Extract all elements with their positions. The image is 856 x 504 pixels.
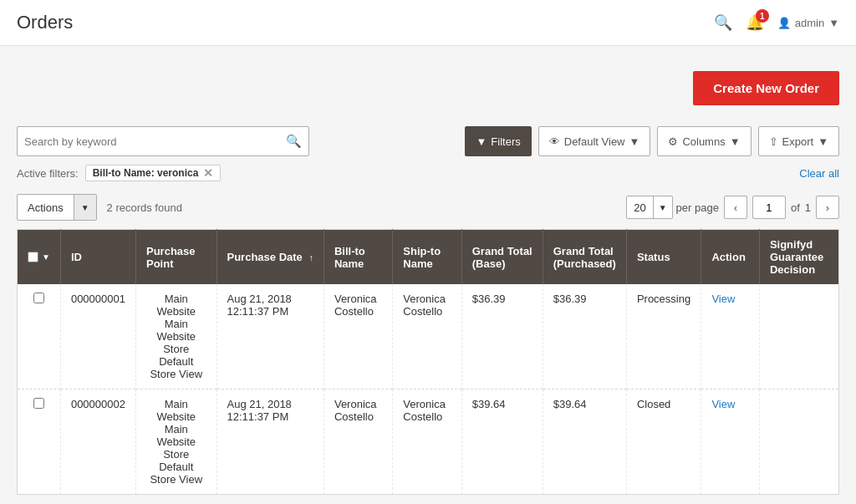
top-bar: Orders 🔍 🔔 1 👤 admin ▼ (0, 0, 856, 46)
filter-icon: ▼ (476, 135, 487, 148)
create-new-order-button[interactable]: Create New Order (693, 71, 839, 105)
notification-badge: 1 (756, 9, 769, 23)
row-id: 000000001 (60, 284, 135, 389)
pagination: 20 ▼ per page ‹ of 1 › (626, 196, 839, 219)
row-checkbox[interactable] (33, 293, 44, 303)
notifications-button[interactable]: 🔔 1 (746, 13, 764, 32)
table-controls: Actions ▼ 2 records found 20 ▼ per page … (17, 194, 839, 221)
current-page-input[interactable] (752, 196, 786, 219)
admin-menu[interactable]: 👤 admin ▼ (777, 17, 839, 29)
row-purchase-date: Aug 21, 201812:11:37 PM (217, 389, 324, 495)
row-signifyd (759, 284, 838, 389)
row-purchase-point: Main WebsiteMainWebsite StoreDefaultStor… (135, 389, 217, 495)
filter-tag: Bill-to Name: veronica ✕ (85, 165, 222, 181)
header-grand-total-base: Grand Total(Base) (461, 230, 543, 285)
header-bill-to-name: Bill-toName (324, 230, 392, 285)
header-status: Status (626, 230, 701, 285)
search-filter-bar: 🔍 ▼ Filters 👁 Default View ▼ ⚙ Columns ▼… (17, 126, 839, 156)
actions-label: Actions (18, 195, 74, 220)
actions-dropdown-arrow[interactable]: ▼ (74, 195, 96, 220)
header-action: Action (701, 230, 760, 285)
export-button[interactable]: ⇧ Export ▼ (758, 126, 839, 156)
filter-tag-remove[interactable]: ✕ (203, 167, 213, 179)
header-purchase-date[interactable]: Purchase Date ↑ (217, 230, 324, 285)
search-button[interactable]: 🔍 (714, 13, 732, 32)
gear-icon: ⚙ (668, 135, 678, 148)
header-grand-total-purchased: Grand Total(Purchased) (543, 230, 626, 285)
sort-arrow-up: ↑ (308, 252, 313, 262)
user-icon: 👤 (777, 17, 791, 29)
header-purchase-point: PurchasePoint (135, 230, 217, 285)
orders-table: ▼ ID PurchasePoint Purchase Date ↑ Bill-… (17, 229, 839, 495)
row-ship-to-name: VeronicaCostello (393, 389, 461, 495)
per-page-label: per page (676, 201, 719, 214)
filters-label: Filters (491, 135, 520, 148)
chevron-down-icon: ▼ (828, 17, 839, 29)
per-page-select: 20 ▼ per page (626, 196, 719, 219)
header-id[interactable]: ID (60, 230, 135, 285)
admin-label: admin (795, 17, 824, 29)
row-ship-to-name: VeronicaCostello (393, 284, 461, 389)
row-action: View (701, 284, 760, 389)
orders-table-body: 000000001Main WebsiteMainWebsite StoreDe… (18, 284, 839, 495)
top-bar-right: 🔍 🔔 1 👤 admin ▼ (714, 13, 839, 32)
eye-icon: 👁 (549, 135, 560, 148)
table-row: 000000002Main WebsiteMainWebsite StoreDe… (18, 389, 839, 495)
page-of-label: of (791, 201, 800, 214)
export-icon: ⇧ (769, 135, 778, 148)
row-id: 000000002 (60, 389, 135, 495)
row-status: Closed (626, 389, 701, 495)
row-signifyd (759, 389, 838, 495)
view-link[interactable]: View (711, 398, 735, 410)
filters-button[interactable]: ▼ Filters (465, 126, 531, 156)
header-signifyd: SignifydGuaranteeDecision (759, 230, 838, 285)
prev-page-button[interactable]: ‹ (724, 196, 747, 219)
page-size-value: 20 (627, 196, 653, 218)
default-view-label: Default View (564, 135, 625, 148)
clear-all-link[interactable]: Clear all (799, 167, 839, 180)
chevron-down-icon: ▼ (818, 135, 828, 148)
active-filters-label: Active filters: (17, 167, 79, 180)
view-link[interactable]: View (711, 293, 735, 305)
header-checkbox-col: ▼ (18, 230, 61, 285)
next-page-button[interactable]: › (816, 196, 839, 219)
row-bill-to-name: VeronicaCostello (324, 284, 392, 389)
filter-tag-text: Bill-to Name: veronica (93, 167, 199, 179)
chevron-down-icon: ▼ (629, 135, 640, 148)
page-size-box: 20 ▼ (626, 196, 672, 219)
row-checkbox-cell (18, 284, 61, 389)
row-grand-total-purchased: $39.64 (543, 389, 626, 495)
export-label: Export (782, 135, 814, 148)
select-all-arrow[interactable]: ▼ (42, 252, 50, 262)
total-pages: 1 (805, 201, 811, 214)
search-icon: 🔍 (714, 14, 732, 31)
search-icon[interactable]: 🔍 (286, 134, 302, 149)
columns-label: Columns (682, 135, 725, 148)
action-bar: Create New Order (17, 63, 839, 114)
page-title: Orders (17, 12, 73, 33)
page-size-arrow[interactable]: ▼ (654, 196, 672, 218)
row-checkbox[interactable] (33, 398, 44, 409)
row-grand-total-base: $36.39 (461, 284, 543, 389)
row-purchase-point: Main WebsiteMainWebsite StoreDefaultStor… (135, 284, 217, 389)
select-all-checkbox[interactable] (28, 252, 38, 262)
header-ship-to-name: Ship-toName (393, 230, 461, 285)
search-box-container: 🔍 (17, 126, 309, 156)
search-input[interactable] (24, 135, 286, 148)
table-header-row: ▼ ID PurchasePoint Purchase Date ↑ Bill-… (18, 230, 839, 285)
row-action: View (701, 389, 760, 495)
chevron-down-icon: ▼ (730, 135, 741, 148)
main-content: Create New Order 🔍 ▼ Filters 👁 Default V… (0, 46, 856, 504)
actions-dropdown: Actions ▼ (17, 194, 97, 221)
row-bill-to-name: VeronicaCostello (324, 389, 392, 495)
row-status: Processing (626, 284, 701, 389)
records-count: 2 records found (107, 201, 182, 214)
row-checkbox-cell (18, 389, 61, 495)
table-row: 000000001Main WebsiteMainWebsite StoreDe… (18, 284, 839, 389)
row-grand-total-purchased: $36.39 (543, 284, 626, 389)
default-view-button[interactable]: 👁 Default View ▼ (538, 126, 651, 156)
active-filters-bar: Active filters: Bill-to Name: veronica ✕… (17, 165, 839, 181)
columns-button[interactable]: ⚙ Columns ▼ (657, 126, 751, 156)
filter-group: ▼ Filters 👁 Default View ▼ ⚙ Columns ▼ ⇧… (465, 126, 839, 156)
row-grand-total-base: $39.64 (461, 389, 543, 495)
